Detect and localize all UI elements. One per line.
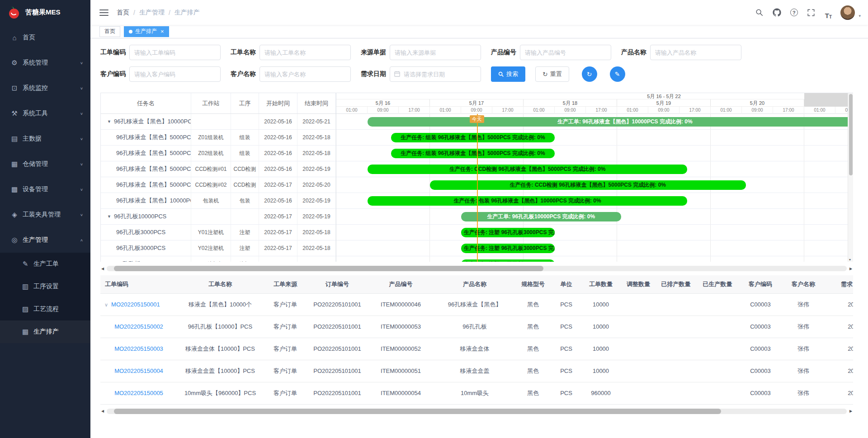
collapse-icon[interactable]: ▼ — [107, 119, 111, 124]
timeline-hour-cell: 17:00 — [399, 107, 430, 114]
sidebar: 苦糖果MES ⌂首页⚙系统管理∨⊡系统监控∨⚒系统工具∨▤主数据∨▦仓储管理∨▩… — [0, 0, 90, 438]
breadcrumb-production-scheduling[interactable]: 生产排产 — [175, 9, 200, 17]
work-order-name-input[interactable] — [259, 45, 351, 60]
work-order-link[interactable]: MO202205150003 — [114, 345, 163, 352]
orders-cell: PO202205101001 — [307, 338, 367, 360]
sidebar-item-fixture-management[interactable]: ◈工装夹具管理∨ — [0, 202, 90, 227]
breadcrumb-home[interactable]: 首页 — [117, 9, 129, 17]
customer-name-input[interactable] — [259, 66, 351, 82]
gantt-table-body: ▼96孔移液盒【黑色】10000PCS2022-05-162022-05-219… — [101, 114, 336, 262]
user-avatar[interactable] — [840, 5, 855, 20]
gantt-bar-task[interactable]: 生产任务: 注塑 96孔孔板3000PCS 完成比例: 0% — [461, 228, 555, 237]
scrollbar-track[interactable] — [107, 409, 847, 414]
table-row[interactable]: ∨MO202205150001移液盒【黑色】10000个客户订单PO202205… — [100, 293, 853, 316]
gantt-bar-task[interactable]: 生产任务: 注塑 96孔孔板3000PCS 完成比例: 0% — [461, 244, 555, 253]
gantt-bar-workorder[interactable]: 生产工单: 96孔孔板10000PCS 完成比例: 0% — [461, 212, 621, 221]
edit-schedule-button[interactable]: ✎ — [610, 66, 625, 82]
user-menu-caret-icon[interactable]: ▾ — [859, 14, 861, 20]
orders-column-header: 单位 — [551, 275, 581, 293]
sidebar-item-system-tools[interactable]: ⚒系统工具∨ — [0, 101, 90, 126]
due-date-input[interactable] — [390, 66, 481, 82]
sidebar-item-master-data[interactable]: ▤主数据∨ — [0, 126, 90, 151]
orders-column-header: 已生产数量 — [695, 275, 740, 293]
work-order-link[interactable]: MO202205150001 — [111, 301, 160, 308]
gantt-bar-task[interactable]: 生产任务: 注塑 96孔孔板3000PCS 完成比例: 0% — [461, 259, 555, 262]
gantt-bar-task[interactable]: 生产任务: CCD检测 96孔移液盒【黑色】5000PCS 完成比例: 0% — [368, 165, 687, 174]
gantt-task-row[interactable]: 96孔移液盒【黑色】5000PCSZ02组装机组装2022-05-162022-… — [101, 146, 336, 161]
table-horizontal-scrollbar[interactable]: ◀ ▶ — [100, 408, 853, 414]
tab-home[interactable]: 首页 — [99, 26, 120, 37]
github-icon[interactable] — [770, 6, 783, 19]
gantt-task-row[interactable]: 96孔移液盒【黑色】5000PCSCCD检测#02CCD检测2022-05-17… — [101, 177, 336, 193]
product-code-input[interactable] — [520, 45, 611, 60]
timeline-hour-cell: 01:00 — [711, 107, 742, 114]
source-document-input[interactable] — [390, 45, 481, 60]
sidebar-item-production-work-order[interactable]: ✎生产工单 — [0, 253, 90, 275]
gantt-task-row[interactable]: 96孔移液盒【黑色】10000PCS包装机包装2022-05-162022-05… — [101, 193, 336, 209]
sidebar-item-system-monitor[interactable]: ⊡系统监控∨ — [0, 75, 90, 101]
product-name-input[interactable] — [650, 45, 741, 60]
work-order-code-input[interactable] — [129, 45, 221, 60]
scroll-right-icon[interactable]: ▶ — [849, 267, 853, 271]
collapse-icon[interactable]: ▼ — [107, 214, 111, 219]
gantt-task-row[interactable]: 96孔孔板3000PCSY03注塑机注塑2022-05-172022-05-18 — [101, 256, 336, 262]
help-icon[interactable]: ? — [787, 6, 801, 19]
table-row[interactable]: MO202205150003移液盒盒体【10000】PCS客户订单PO20220… — [100, 338, 853, 360]
scrollbar-thumb[interactable] — [849, 94, 853, 175]
reset-icon: ↻ — [542, 71, 548, 77]
orders-cell: 黑色 — [515, 360, 551, 382]
work-order-link[interactable]: MO202205150002 — [114, 323, 163, 330]
scroll-right-icon[interactable]: ▶ — [849, 409, 853, 413]
timeline-hour-cell: 01:00 — [804, 107, 835, 114]
fullscreen-icon[interactable] — [804, 6, 818, 19]
orders-column-header: 工单数量 — [581, 275, 620, 293]
customer-code-input[interactable] — [129, 66, 221, 82]
gantt-bar-task[interactable]: 生产任务: 包装 96孔移液盒【黑色】10000PCS 完成比例: 0% — [368, 196, 687, 206]
font-size-icon[interactable]: TT — [821, 6, 835, 19]
workstation-cell: Y01注塑机 — [191, 225, 231, 240]
expand-row-icon[interactable]: ∨ — [104, 302, 108, 307]
tab-production-scheduling[interactable]: 生产排产 × — [124, 26, 169, 37]
table-row[interactable]: MO20220515000296孔孔板【10000】PCS客户订单PO20220… — [100, 316, 853, 338]
sidebar-item-process-flow[interactable]: ▨工艺流程 — [0, 298, 90, 320]
sidebar-item-home[interactable]: ⌂首页 — [0, 25, 90, 50]
refresh-gantt-button[interactable]: ↻ — [582, 66, 597, 82]
sidebar-item-production-management[interactable]: ◎生产管理∧ — [0, 227, 90, 253]
sidebar-item-equipment-management[interactable]: ▩设备管理∨ — [0, 177, 90, 202]
scroll-left-icon[interactable]: ◀ — [100, 267, 105, 271]
gantt-task-row[interactable]: 96孔移液盒【黑色】5000PCSCCD检测#01CCD检测2022-05-16… — [101, 161, 336, 177]
gantt-bar-workorder[interactable]: 生产工单: 96孔移液盒【黑色】10000PCS 完成比例: 0% — [368, 117, 848, 127]
scroll-down-icon[interactable]: ▾ — [849, 258, 851, 262]
gantt-horizontal-scrollbar[interactable]: ◀ ▶ — [100, 265, 853, 272]
gantt-task-row[interactable]: ▼96孔孔板10000PCS2022-05-172022-05-19 — [101, 209, 336, 225]
search-icon[interactable] — [753, 6, 766, 19]
app-logo[interactable]: 苦糖果MES — [0, 0, 90, 25]
gantt-task-row[interactable]: 96孔孔板3000PCSY02注塑机注塑2022-05-172022-05-18 — [101, 240, 336, 256]
table-row[interactable]: MO202205150004移液盒盒盖【10000】PCS客户订单PO20220… — [100, 360, 853, 382]
gantt-task-row[interactable]: ▼96孔移液盒【黑色】10000PCS2022-05-162022-05-21 — [101, 114, 336, 130]
scroll-left-icon[interactable]: ◀ — [100, 409, 105, 413]
scrollbar-track[interactable] — [107, 266, 847, 271]
sidebar-item-system-management[interactable]: ⚙系统管理∨ — [0, 50, 90, 75]
scrollbar-thumb[interactable] — [114, 409, 721, 414]
work-order-link[interactable]: MO202205150004 — [114, 367, 163, 374]
orders-column-header: 工单名称 — [177, 275, 263, 293]
gantt-bar-task[interactable]: 生产任务: 组装 96孔移液盒【黑色】5000PCS 完成比例: 0% — [391, 149, 555, 158]
search-button[interactable]: 搜索 — [491, 66, 525, 82]
sidebar-item-production-scheduling[interactable]: ▦生产排产 — [0, 320, 90, 343]
breadcrumb-production-management[interactable]: 生产管理 — [139, 9, 165, 17]
filter-label: 需求日期 — [361, 70, 390, 78]
workstation-cell — [191, 209, 231, 224]
sidebar-toggle-icon[interactable] — [99, 9, 108, 16]
gantt-bar-task[interactable]: 生产任务: 组装 96孔移液盒【黑色】5000PCS 完成比例: 0% — [391, 133, 555, 142]
gantt-task-row[interactable]: 96孔移液盒【黑色】5000PCSZ01组装机组装2022-05-162022-… — [101, 130, 336, 146]
reset-button[interactable]: ↻ 重置 — [535, 66, 569, 82]
gantt-task-row[interactable]: 96孔孔板3000PCSY01注塑机注塑2022-05-172022-05-18 — [101, 225, 336, 240]
sidebar-item-process-settings[interactable]: ▥工序设置 — [0, 275, 90, 298]
gantt-vertical-scrollbar[interactable]: ▾ — [848, 93, 853, 262]
work-order-link[interactable]: MO202205150005 — [114, 390, 163, 396]
sidebar-item-warehouse-management[interactable]: ▦仓储管理∨ — [0, 151, 90, 177]
scrollbar-thumb[interactable] — [114, 266, 543, 271]
table-row[interactable]: MO20220515000510mm吸头【960000】PCS客户订单PO202… — [100, 382, 853, 404]
tab-close-icon[interactable]: × — [160, 28, 164, 34]
